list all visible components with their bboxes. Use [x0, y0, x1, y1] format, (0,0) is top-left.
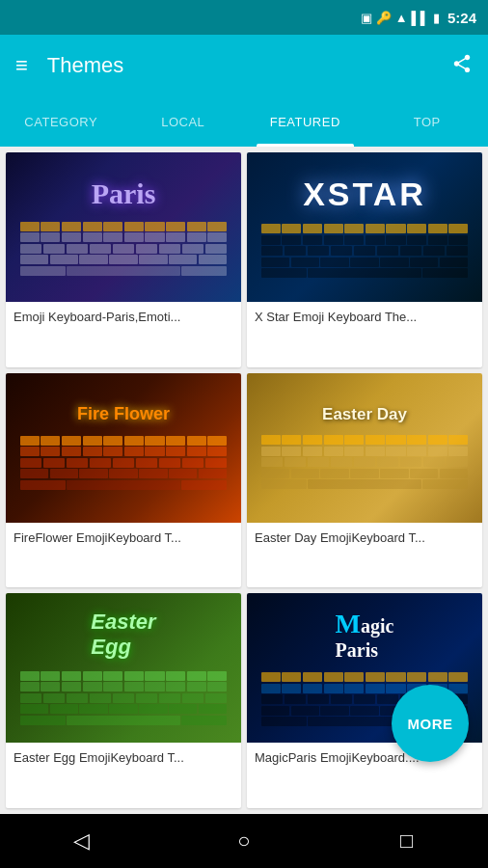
status-icons: ▣ 🔑 ▲ ▌▌ ▮: [361, 11, 440, 25]
fire-keyboard: [20, 434, 228, 491]
paris-keyboard: [20, 220, 228, 277]
paris-title: Paris: [92, 177, 156, 210]
battery-icon: ▮: [433, 11, 440, 25]
status-time: 5:24: [447, 10, 476, 26]
fireflower-label: FireFlower EmojiKeyboard T...: [6, 523, 241, 553]
tab-category[interactable]: CATEGORY: [0, 96, 122, 147]
tab-local[interactable]: LOCAL: [122, 96, 245, 147]
easteregg-label: Easter Egg EmojiKeyboard T...: [6, 743, 241, 773]
xstar-title: XSTAR: [303, 176, 426, 213]
menu-button[interactable]: ≡: [15, 53, 28, 78]
app-title: Themes: [47, 53, 451, 78]
signal-icon: ▌▌: [412, 11, 429, 25]
key-icon: 🔑: [376, 11, 392, 25]
bottom-nav: ◁ ○ □: [0, 814, 488, 868]
recents-button[interactable]: □: [384, 818, 430, 864]
wifi-icon: ▲: [395, 11, 408, 25]
xstar-label: X Star Emoji Keyboard The...: [247, 302, 482, 332]
magic-title: MagicParis: [336, 609, 394, 662]
easteregg-keyboard: [20, 669, 228, 726]
theme-card-easterday[interactable]: Easter Day: [247, 373, 482, 588]
theme-card-fireflower[interactable]: Fire Flower: [6, 373, 241, 588]
tab-top[interactable]: TOP: [366, 96, 489, 147]
easterday-title: Easter Day: [322, 405, 407, 424]
easteregg-title: EasterEgg: [91, 610, 155, 660]
share-button[interactable]: [451, 53, 473, 79]
easterday-label: Easter Day EmojiKeyboard T...: [247, 523, 482, 553]
app-bar: ≡ Themes: [0, 35, 488, 96]
back-button[interactable]: ◁: [58, 818, 104, 864]
easterday-keyboard: [261, 434, 469, 491]
theme-card-xstar[interactable]: XSTAR: [247, 152, 482, 367]
tab-featured[interactable]: FEATURED: [244, 96, 366, 147]
home-button[interactable]: ○: [221, 818, 267, 864]
more-button[interactable]: MORE: [392, 685, 469, 762]
theme-card-paris[interactable]: Paris: [6, 152, 241, 367]
vibrate-icon: ▣: [361, 11, 372, 25]
fire-title: Fire Flower: [77, 404, 170, 424]
xstar-keyboard: [261, 223, 469, 280]
theme-card-easteregg[interactable]: EasterEgg: [6, 593, 241, 808]
paris-label: Emoji Keyboard-Paris,Emoti...: [6, 302, 241, 332]
status-bar: ▣ 🔑 ▲ ▌▌ ▮ 5:24: [0, 0, 488, 35]
tab-bar: CATEGORY LOCAL FEATURED TOP: [0, 96, 488, 147]
